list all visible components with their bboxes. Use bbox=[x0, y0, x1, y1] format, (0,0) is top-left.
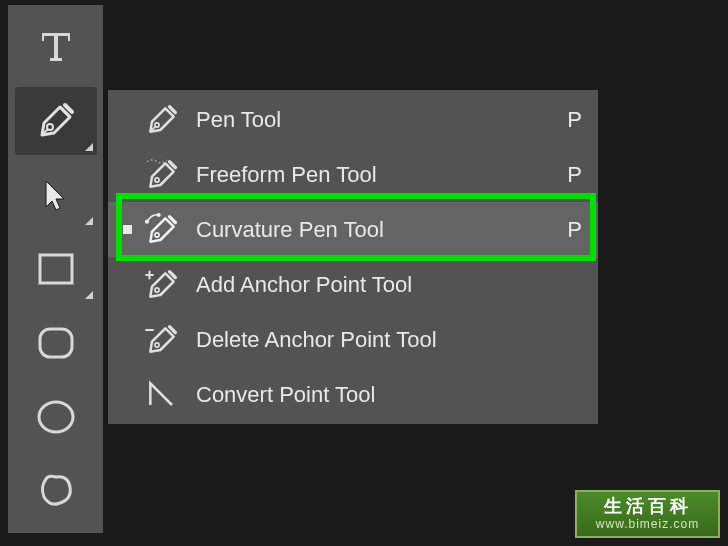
flyout-item-convert-point-tool[interactable]: Convert Point Tool bbox=[108, 367, 598, 422]
flyout-item-label: Freeform Pen Tool bbox=[196, 162, 567, 188]
ellipse-tool-button[interactable] bbox=[15, 383, 97, 451]
pointer-icon bbox=[38, 177, 74, 213]
flyout-item-curvature-pen-tool[interactable]: Curvature Pen Tool P bbox=[108, 202, 598, 257]
pen-tool-button[interactable] bbox=[15, 87, 97, 155]
rectangle-tool-button[interactable] bbox=[15, 235, 97, 303]
rounded-rect-icon bbox=[34, 321, 78, 365]
watermark-title: 生活百科 bbox=[604, 497, 692, 515]
rounded-rectangle-tool-button[interactable] bbox=[15, 309, 97, 377]
flyout-item-delete-anchor-point-tool[interactable]: Delete Anchor Point Tool bbox=[108, 312, 598, 367]
pen-icon bbox=[32, 97, 80, 145]
blob-icon bbox=[34, 469, 78, 513]
svg-point-4 bbox=[155, 122, 159, 126]
flyout-item-label: Delete Anchor Point Tool bbox=[196, 327, 582, 353]
watermark-url: www.bimeiz.com bbox=[596, 517, 699, 531]
flyout-indicator-icon bbox=[85, 217, 93, 225]
flyout-item-label: Add Anchor Point Tool bbox=[196, 272, 582, 298]
svg-point-9 bbox=[155, 287, 159, 291]
convert-point-icon bbox=[140, 373, 184, 417]
flyout-item-shortcut: P bbox=[567, 217, 582, 243]
flyout-indicator-icon bbox=[85, 291, 93, 299]
watermark-badge: 生活百科 www.bimeiz.com bbox=[575, 490, 720, 538]
add-anchor-icon bbox=[140, 263, 184, 307]
flyout-item-freeform-pen-tool[interactable]: Freeform Pen Tool P bbox=[108, 147, 598, 202]
flyout-item-pen-tool[interactable]: Pen Tool P bbox=[108, 92, 598, 147]
path-selection-tool-button[interactable] bbox=[15, 161, 97, 229]
flyout-item-shortcut: P bbox=[567, 107, 582, 133]
flyout-item-add-anchor-point-tool[interactable]: Add Anchor Point Tool bbox=[108, 257, 598, 312]
delete-anchor-icon bbox=[140, 318, 184, 362]
flyout-item-label: Convert Point Tool bbox=[196, 382, 582, 408]
svg-rect-1 bbox=[40, 255, 72, 283]
active-marker-icon bbox=[123, 225, 132, 234]
curvature-pen-icon bbox=[140, 208, 184, 252]
pen-tool-flyout-menu: Pen Tool P Freeform Pen Tool P bbox=[108, 90, 598, 424]
freeform-pen-icon bbox=[140, 153, 184, 197]
svg-point-6 bbox=[155, 232, 159, 236]
type-tool-button[interactable] bbox=[15, 13, 97, 81]
vertical-toolbar bbox=[8, 5, 103, 533]
flyout-indicator-icon bbox=[85, 143, 93, 151]
svg-point-10 bbox=[155, 342, 159, 346]
svg-point-5 bbox=[155, 177, 159, 181]
rectangle-icon bbox=[34, 247, 78, 291]
flyout-item-label: Pen Tool bbox=[196, 107, 567, 133]
flyout-item-shortcut: P bbox=[567, 162, 582, 188]
svg-rect-2 bbox=[40, 329, 72, 357]
flyout-item-label: Curvature Pen Tool bbox=[196, 217, 567, 243]
selection-indicator bbox=[120, 225, 134, 234]
svg-point-3 bbox=[39, 402, 73, 432]
pen-icon bbox=[140, 98, 184, 142]
custom-shape-tool-button[interactable] bbox=[15, 457, 97, 525]
type-icon bbox=[36, 27, 76, 67]
ellipse-icon bbox=[34, 395, 78, 439]
